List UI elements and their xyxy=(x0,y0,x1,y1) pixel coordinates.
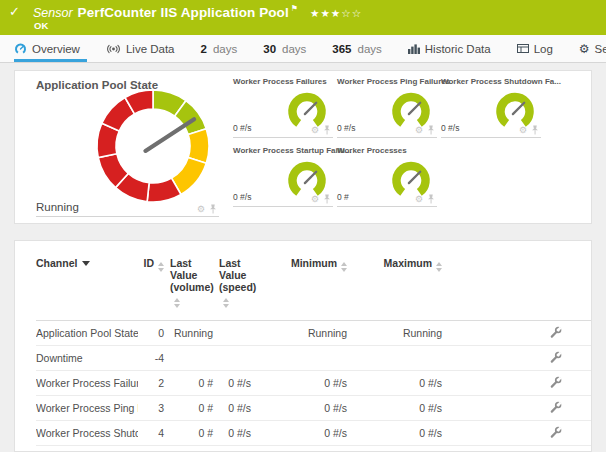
gauge-icon xyxy=(14,43,27,54)
main-gauge-value-row: Running ⚙ xyxy=(36,198,219,217)
last-value-speed-cell: 0 #/s xyxy=(219,371,257,396)
channel-gear-icon[interactable]: ⚙ xyxy=(415,126,423,135)
channel-gear-icon[interactable]: ⚙ xyxy=(311,195,319,204)
last-value-volume-cell: 0 # xyxy=(170,446,219,452)
gauge-needle xyxy=(145,119,194,151)
minimum-cell: 0 #/s xyxy=(257,396,353,421)
mini-gauge-tile[interactable]: Worker Process Startup Failu...0 #/s⚙ xyxy=(233,144,333,207)
table-row: Worker Process Ping Fa...30 #0 #/s0 #/s0… xyxy=(36,396,592,421)
wrench-icon xyxy=(549,351,562,364)
mini-gauge-value: 0 #/s xyxy=(337,123,355,133)
column-header-last-value-volume[interactable]: Last Value (volume) xyxy=(170,255,219,321)
object-kind-label: Sensor xyxy=(33,6,73,20)
last-value-volume-cell: 0 # xyxy=(170,421,219,446)
channel-id-cell: 0 xyxy=(138,321,170,346)
mini-gauge-value: 0 #/s xyxy=(233,192,251,202)
channel-name-cell[interactable]: Worker Process Ping Fa... xyxy=(36,396,138,421)
mini-gauge-tile[interactable]: Worker Processes0 #⚙ xyxy=(337,144,437,207)
tab-settings[interactable]: ⚙ Settings xyxy=(566,35,606,62)
maximum-cell: 0 #/s xyxy=(353,446,448,452)
tab-log[interactable]: Log xyxy=(504,35,566,62)
channel-gear-icon[interactable]: ⚙ xyxy=(197,205,205,214)
mini-gauge-tile[interactable]: Worker Process Shutdown Fa...0 #/s⚙ xyxy=(441,75,541,138)
minimum-cell: 0 #/s xyxy=(257,446,353,452)
tab-live-data-label: Live Data xyxy=(126,43,175,55)
channel-id-cell: 5 xyxy=(138,446,170,452)
channels-table: Channel ID Last Value (volume) Last Valu… xyxy=(36,255,592,452)
pin-icon[interactable] xyxy=(531,125,539,135)
gauge-needle xyxy=(513,103,524,114)
last-value-speed-cell: 0 #/s xyxy=(219,446,257,452)
channel-settings-button[interactable] xyxy=(549,401,562,414)
tab-live-data[interactable]: Live Data xyxy=(93,35,188,62)
table-row: Downtime-4 xyxy=(36,346,592,371)
tab-overview[interactable]: Overview xyxy=(14,35,93,62)
column-header-channel[interactable]: Channel xyxy=(36,255,138,321)
mini-gauge-value: 0 # xyxy=(337,192,349,202)
sort-icon xyxy=(174,298,180,308)
channel-actions-cell xyxy=(448,371,592,396)
sensor-tabbar: Overview Live Data 2days 30days 365days … xyxy=(0,35,606,63)
tab-historic-data[interactable]: Historic Data xyxy=(395,35,504,62)
maximum-cell: Running xyxy=(353,321,448,346)
channel-actions-cell xyxy=(448,346,592,371)
pin-icon[interactable] xyxy=(209,204,217,214)
pin-icon[interactable] xyxy=(323,194,331,204)
column-header-minimum[interactable]: Minimum xyxy=(257,255,353,321)
priority-stars[interactable]: ★★★☆☆ xyxy=(310,7,362,19)
application-pool-state-gauge xyxy=(91,84,215,208)
channel-name-cell[interactable]: Worker Process Startup... xyxy=(36,446,138,452)
sensor-title: PerfCounter IIS Application Pool xyxy=(78,5,289,20)
tab-365-days[interactable]: 365days xyxy=(319,35,394,62)
channel-settings-button[interactable] xyxy=(549,326,562,339)
column-header-last-value-speed[interactable]: Last Value (speed) xyxy=(219,255,257,321)
tab-2-days[interactable]: 2days xyxy=(188,35,251,62)
overview-gauges-panel: Application Pool State Running ⚙ Worker … xyxy=(14,70,592,224)
channel-actions-cell xyxy=(448,446,592,452)
pin-icon[interactable] xyxy=(323,125,331,135)
wrench-icon xyxy=(549,376,562,389)
table-row: Worker Process Startup...50 #0 #/s0 #/s0… xyxy=(36,446,592,452)
pin-icon[interactable] xyxy=(427,194,435,204)
tab-historic-data-label: Historic Data xyxy=(425,43,491,55)
channel-gear-icon[interactable]: ⚙ xyxy=(311,126,319,135)
channel-settings-button[interactable] xyxy=(549,376,562,389)
tab-30-days[interactable]: 30days xyxy=(250,35,319,62)
sensor-status-header: ✓ SensorPerfCounter IIS Application Pool… xyxy=(0,0,606,35)
mini-gauge-tile[interactable]: Worker Process Failures0 #/s⚙ xyxy=(233,75,333,138)
last-value-speed-cell: 0 #/s xyxy=(219,396,257,421)
channel-name-cell[interactable]: Worker Process Failures xyxy=(36,371,138,396)
column-header-id[interactable]: ID xyxy=(138,255,170,321)
channel-gear-icon[interactable]: ⚙ xyxy=(519,126,527,135)
pin-icon[interactable] xyxy=(427,125,435,135)
last-value-volume-cell xyxy=(170,346,219,371)
channel-settings-button[interactable] xyxy=(549,426,562,439)
table-header-row: Channel ID Last Value (volume) Last Valu… xyxy=(36,255,592,321)
maximum-cell: 0 #/s xyxy=(353,396,448,421)
prtg-sensor-overview-page: { "header": { "status_icon": "✓", "kind_… xyxy=(0,0,606,452)
gauge-needle xyxy=(305,172,316,183)
channel-settings-button[interactable] xyxy=(549,351,562,364)
channel-name-cell[interactable]: Downtime xyxy=(36,346,138,371)
channel-id-cell: 4 xyxy=(138,421,170,446)
mini-gauges-grid: Worker Process Failures0 #/s⚙Worker Proc… xyxy=(233,75,541,207)
flag-icon: ⚑ xyxy=(291,4,298,13)
last-value-speed-cell xyxy=(219,346,257,371)
sort-desc-icon xyxy=(82,261,90,266)
column-header-actions xyxy=(448,255,592,321)
last-value-volume-cell: 0 # xyxy=(170,371,219,396)
maximum-cell: 0 #/s xyxy=(353,371,448,396)
gauge-needle xyxy=(409,172,420,183)
mini-gauge-tile[interactable]: Worker Process Ping Failures0 #/s⚙ xyxy=(337,75,437,138)
maximum-cell: 0 #/s xyxy=(353,421,448,446)
gauge-needle xyxy=(409,103,420,114)
channel-name-cell[interactable]: Worker Process Shutdo... xyxy=(36,421,138,446)
table-row: Worker Process Failures20 #0 #/s0 #/s0 #… xyxy=(36,371,592,396)
status-ok-check-icon: ✓ xyxy=(9,4,20,19)
table-row: Worker Process Shutdo...40 #0 #/s0 #/s0 … xyxy=(36,421,592,446)
bar-chart-icon xyxy=(408,44,420,54)
channel-name-cell[interactable]: Application Pool State xyxy=(36,321,138,346)
channel-id-cell: 2 xyxy=(138,371,170,396)
channel-gear-icon[interactable]: ⚙ xyxy=(415,195,423,204)
column-header-maximum[interactable]: Maximum xyxy=(353,255,448,321)
